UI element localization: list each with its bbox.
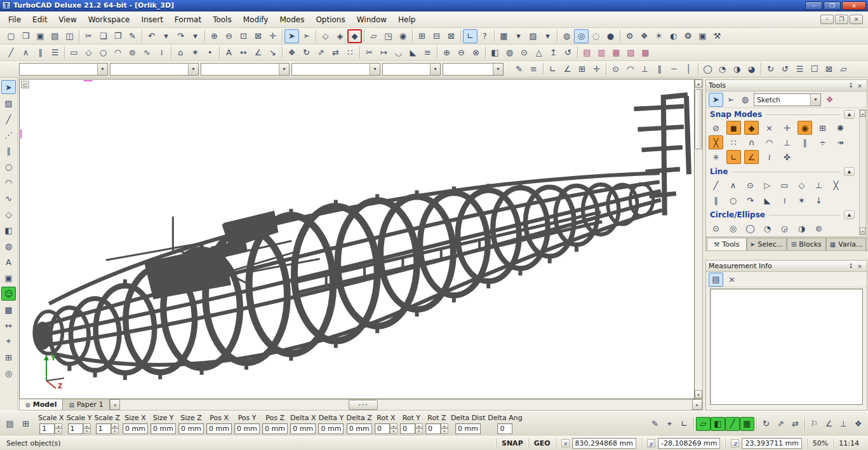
camera-position-button[interactable]: ◉ xyxy=(396,29,410,43)
zoom-out-button[interactable]: ⊖ xyxy=(222,29,236,43)
luminance-button[interactable]: ◐ xyxy=(666,29,681,43)
circle-tangent-line-button[interactable]: ⊙ xyxy=(743,178,758,192)
polyline-tool-button[interactable]: ∧ xyxy=(18,46,33,60)
star-line-button[interactable]: ✶ xyxy=(794,193,809,207)
offset-button[interactable]: ≡ xyxy=(420,46,435,60)
rotated-ellipse-button[interactable]: ◑ xyxy=(794,221,809,235)
construction-line-tool-button[interactable]: ⋰ xyxy=(1,128,16,142)
line-draw-tool-button[interactable]: ╱ xyxy=(1,112,16,126)
cross-line-button[interactable]: ╳ xyxy=(829,178,843,192)
field-value[interactable]: 0 mm xyxy=(347,423,372,434)
double-line-button[interactable]: ∥ xyxy=(33,46,48,60)
arch-slab-button[interactable]: ▩ xyxy=(638,46,653,60)
single-line-button[interactable]: ╱ xyxy=(709,178,723,192)
field-value[interactable]: 0 mm xyxy=(262,423,288,434)
menu-file[interactable]: File xyxy=(3,13,27,27)
y-coordinate-field[interactable]: -28,108269 mm xyxy=(658,438,720,449)
dimension-tool-button[interactable]: ↔ xyxy=(1,318,16,332)
menu-format[interactable]: Format xyxy=(169,13,207,27)
text-style-combo[interactable]: ▾ xyxy=(382,63,441,76)
grid-display-tool-button[interactable]: ⊞ xyxy=(1,350,16,364)
snap-vertex-button[interactable]: ◼ xyxy=(726,121,741,135)
sphere-3d-tool-button[interactable]: ◍ xyxy=(1,239,16,253)
collapse-section-icon[interactable]: ▲ xyxy=(844,167,855,176)
zigzag-line-button[interactable]: ≀ xyxy=(777,193,792,207)
web-update-button[interactable]: ◎ xyxy=(574,29,589,43)
open-file-button[interactable]: ❒ xyxy=(18,29,33,43)
menu-window[interactable]: Window xyxy=(351,13,392,27)
field-value[interactable]: 1 xyxy=(68,423,83,434)
rotated-rectangle-line-button[interactable]: ◇ xyxy=(794,178,809,192)
absolute-coords-button[interactable]: ⌖ xyxy=(662,417,677,431)
render-face-tool-button[interactable]: ☺ xyxy=(1,287,16,301)
bezier-button[interactable]: ≀ xyxy=(154,46,169,60)
x-coordinate-field[interactable]: 830,294868 mm xyxy=(572,438,636,449)
snap-extension-button[interactable]: ↠ xyxy=(833,135,848,149)
scroll-right-icon[interactable]: ▸ xyxy=(692,399,702,410)
polygon-button[interactable]: ⌂ xyxy=(173,46,188,60)
mdi-minimize-button[interactable]: – xyxy=(820,15,834,24)
tangent-two-arcs-button[interactable]: ↷ xyxy=(743,193,758,207)
undo-history-button[interactable]: ▾ xyxy=(159,29,173,43)
grid-toggle-button[interactable]: ⊞ xyxy=(575,62,589,76)
point-button[interactable]: • xyxy=(203,46,217,60)
ortho-mode-button[interactable]: ∟ xyxy=(545,62,560,76)
field-value[interactable]: 0 mm xyxy=(123,423,148,434)
rotated-rectangle-button[interactable]: ◇ xyxy=(81,46,96,60)
palette-world-button[interactable]: ◍ xyxy=(738,93,752,107)
snap-ortho-button[interactable]: ∟ xyxy=(726,150,741,164)
lights-button[interactable]: ☀ xyxy=(651,29,666,43)
sketch-mode-combo[interactable]: Sketch ▾ xyxy=(754,93,821,106)
undo-button[interactable]: ↶ xyxy=(144,29,159,43)
star-button[interactable]: ✶ xyxy=(188,46,203,60)
group-button[interactable]: ⊞ xyxy=(415,29,429,43)
menu-workspace[interactable]: Workspace xyxy=(83,13,136,27)
arc-button[interactable]: ◠ xyxy=(110,46,125,60)
scroll-down-icon[interactable]: ▾ xyxy=(695,390,702,399)
vertical-scroll-thumb[interactable] xyxy=(695,89,702,149)
zoom-in-button[interactable]: ⊕ xyxy=(207,29,222,43)
snap-polar-button[interactable]: ∠ xyxy=(744,150,759,164)
field-value[interactable]: 0 mm xyxy=(234,423,260,434)
close-panel-icon[interactable]: × xyxy=(855,262,864,270)
polyline-line-button[interactable]: ∧ xyxy=(726,178,740,192)
mdi-close-button[interactable]: × xyxy=(850,15,863,24)
field-spinner[interactable]: ▴▾ xyxy=(55,423,62,434)
format-brush-button[interactable]: ✎ xyxy=(125,29,140,43)
vertical-line-button[interactable]: ↓ xyxy=(811,193,826,207)
angle-dimension-button[interactable]: ∠ xyxy=(251,46,265,60)
maximize-button[interactable]: ❐ xyxy=(824,1,841,10)
concentric-circle-button[interactable]: ◎ xyxy=(726,221,740,235)
pen-style-button[interactable]: ✎ xyxy=(512,62,526,76)
leader-button[interactable]: ↘ xyxy=(265,46,280,60)
print-button[interactable]: ▤ xyxy=(48,29,62,43)
box-3d-button[interactable]: ◧ xyxy=(488,46,502,60)
chamfer-line-button[interactable]: ◣ xyxy=(760,193,775,207)
environment-button[interactable]: ❂ xyxy=(681,29,695,43)
tab-tools[interactable]: ⚒ Tools xyxy=(707,238,747,250)
field-spinner[interactable]: ▴▾ xyxy=(441,423,448,434)
no-snap-button[interactable]: ⊘ xyxy=(709,121,723,135)
palette-pick-button[interactable]: ➢ xyxy=(723,93,738,107)
aerial-view-button[interactable]: ⚐ xyxy=(807,417,822,431)
tab-blocks[interactable]: ⊞ Blocks xyxy=(787,238,827,250)
tangent-circle-button[interactable]: ◔ xyxy=(760,221,775,235)
web-publish-button[interactable]: ◍ xyxy=(559,29,574,43)
spline-button[interactable]: ∿ xyxy=(140,46,154,60)
center-radius-circle-button[interactable]: ⊙ xyxy=(709,221,723,235)
polar-mode-button[interactable]: ∠ xyxy=(560,62,575,76)
table-button[interactable]: ▦ xyxy=(497,29,511,43)
chevron-down-icon[interactable]: ▾ xyxy=(493,64,503,75)
workplane-by-entity-button[interactable]: ◳ xyxy=(381,29,396,43)
horizontal-scroll-thumb[interactable]: ∙∙∙ xyxy=(349,400,378,410)
snap-center-button[interactable]: ◉ xyxy=(798,121,812,135)
double-line-tool-button[interactable]: ∥ xyxy=(1,144,16,158)
snap-temp-point-button[interactable]: ✜ xyxy=(780,150,794,164)
parallel-constraint-button[interactable]: ∥ xyxy=(652,62,667,76)
snap-midpoint-button[interactable]: ◆ xyxy=(744,121,759,135)
redo-button[interactable]: ↷ xyxy=(173,29,188,43)
palette-scroll-up-icon[interactable]: ▴ xyxy=(860,110,865,117)
tangent-from-arc-button[interactable]: ○ xyxy=(726,193,740,207)
snap-degree-button[interactable]: ✺ xyxy=(833,121,848,135)
ungroup-button[interactable]: ⊟ xyxy=(429,29,444,43)
